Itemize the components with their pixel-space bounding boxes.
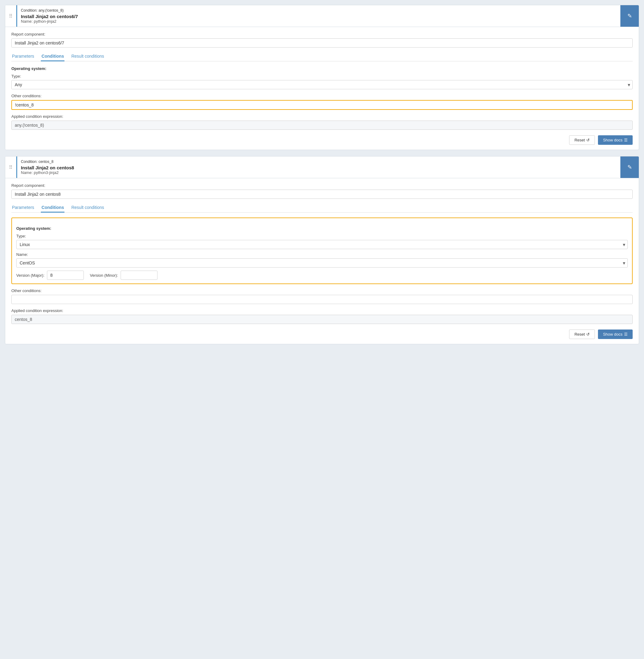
btn-row-1: Reset ↺ Show docs ☰ (12, 135, 632, 145)
report-component-label-1: Report component: (12, 32, 632, 37)
reset-icon-1: ↺ (586, 138, 590, 142)
tab-parameters-1[interactable]: Parameters (12, 52, 35, 61)
tab-result-conditions-1[interactable]: Result conditions (71, 52, 105, 61)
other-conditions-label-2: Other conditions: (12, 288, 632, 293)
os-section-label-2: Operating system: (16, 226, 628, 231)
card-1: ⠿ Condition: any.(!centos_8) Install Jin… (5, 5, 639, 150)
drag-handle-1[interactable]: ⠿ (5, 5, 16, 27)
condition-label-1: Condition: any.(!centos_8) (21, 8, 617, 13)
header-content-2: Condition: centos_8 Install Jinja2 on ce… (16, 157, 620, 178)
tabs-2: Parameters Conditions Result conditions (12, 203, 632, 213)
drag-handle-2[interactable]: ⠿ (5, 157, 16, 178)
reset-button-2[interactable]: Reset ↺ (569, 329, 595, 339)
tab-result-conditions-2[interactable]: Result conditions (71, 203, 105, 213)
card-1-body: Report component: Parameters Conditions … (5, 27, 639, 150)
tab-parameters-2[interactable]: Parameters (12, 203, 35, 213)
version-major-col-2: Version (Major): (16, 270, 84, 280)
version-row-2: Version (Major): Version (Minor): (16, 270, 628, 280)
component-name-2: Name: python3-jinja2 (21, 170, 617, 175)
drag-icon-2: ⠿ (9, 164, 13, 170)
name-os-select-2[interactable]: CentOS Ubuntu Red Hat (16, 258, 628, 267)
type-select-wrapper-2: Any Linux Windows ▾ (16, 240, 628, 249)
card-2-body: Report component: Parameters Conditions … (5, 178, 639, 344)
component-title-2: Install Jinja2 on centos8 (21, 165, 617, 170)
version-major-input-2[interactable] (47, 270, 84, 280)
card-2: ⠿ Condition: centos_8 Install Jinja2 on … (5, 156, 639, 344)
name-os-label-2: Name: (16, 252, 628, 257)
card-2-header: ⠿ Condition: centos_8 Install Jinja2 on … (5, 157, 639, 178)
other-conditions-input-2[interactable] (12, 295, 632, 304)
edit-icon-1: ✎ (627, 13, 632, 19)
tab-conditions-2[interactable]: Conditions (41, 203, 65, 213)
applied-label-2: Applied condition expression: (12, 308, 632, 313)
drag-icon-1: ⠿ (9, 13, 13, 19)
version-minor-label-2: Version (Minor): (90, 273, 118, 278)
applied-label-1: Applied condition expression: (12, 114, 632, 119)
name-os-select-wrapper-2: CentOS Ubuntu Red Hat ▾ (16, 258, 628, 267)
show-docs-button-1[interactable]: Show docs ☰ (598, 135, 632, 145)
type-select-wrapper-1: Any Linux Windows ▾ (12, 80, 632, 89)
version-minor-input-2[interactable] (121, 270, 158, 280)
tabs-1: Parameters Conditions Result conditions (12, 52, 632, 61)
reset-label-1: Reset (574, 138, 585, 142)
condition-label-2: Condition: centos_8 (21, 160, 617, 164)
report-component-label-2: Report component: (12, 183, 632, 188)
docs-icon-2: ☰ (624, 332, 628, 336)
version-minor-col-2: Version (Minor): (90, 270, 158, 280)
applied-expression-input-2 (12, 315, 632, 324)
version-major-label-2: Version (Major): (16, 273, 45, 278)
show-docs-label-2: Show docs (603, 332, 622, 336)
type-label-2: Type: (16, 234, 628, 238)
component-name-1: Name: python-jinja2 (21, 19, 617, 24)
card-1-header: ⠿ Condition: any.(!centos_8) Install Jin… (5, 5, 639, 27)
os-section-2: Operating system: Type: Any Linux Window… (12, 217, 632, 284)
btn-row-2: Reset ↺ Show docs ☰ (12, 329, 632, 339)
report-component-input-1[interactable] (12, 38, 632, 48)
component-title-1: Install Jinja2 on centos6/7 (21, 14, 617, 19)
edit-button-1[interactable]: ✎ (620, 5, 639, 27)
docs-icon-1: ☰ (624, 138, 628, 142)
edit-icon-2: ✎ (627, 164, 632, 170)
type-label-1: Type: (12, 74, 632, 78)
edit-button-2[interactable]: ✎ (620, 157, 639, 178)
show-docs-button-2[interactable]: Show docs ☰ (598, 329, 632, 339)
report-component-input-2[interactable] (12, 190, 632, 199)
other-conditions-input-1[interactable] (12, 100, 632, 110)
show-docs-label-1: Show docs (603, 138, 622, 142)
type-select-1[interactable]: Any Linux Windows (12, 80, 632, 89)
reset-icon-2: ↺ (586, 332, 590, 336)
type-select-2[interactable]: Any Linux Windows (16, 240, 628, 249)
os-section-label-1: Operating system: (12, 66, 632, 71)
reset-button-1[interactable]: Reset ↺ (569, 135, 595, 145)
header-content-1: Condition: any.(!centos_8) Install Jinja… (16, 5, 620, 27)
reset-label-2: Reset (574, 332, 585, 336)
other-conditions-label-1: Other conditions: (12, 94, 632, 98)
tab-conditions-1[interactable]: Conditions (41, 52, 65, 61)
applied-expression-input-1 (12, 121, 632, 130)
